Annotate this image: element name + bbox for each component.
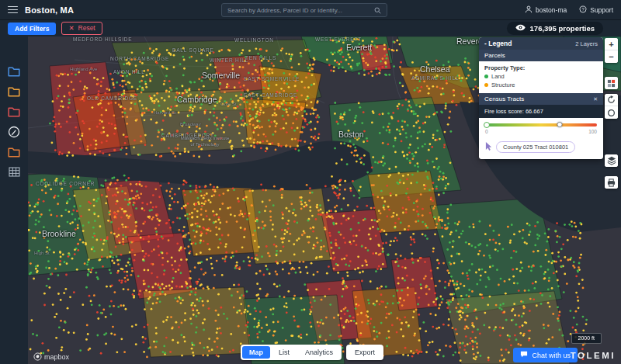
mapbox-logo[interactable]: mapbox: [33, 352, 69, 361]
svg-text:?: ?: [582, 7, 585, 12]
land-color-dot: [484, 75, 488, 78]
legend-item-structure: Structure: [484, 81, 598, 88]
map-canvas[interactable]: SomervilleCambridgeEverettChelseaBrookli…: [28, 36, 621, 364]
map-tools: + −: [605, 38, 618, 189]
selected-tract-row[interactable]: County 025 Tract 010801: [479, 136, 603, 159]
fire-score-tooltip: Fire loss score: 66.667: [479, 105, 603, 118]
sidebar-grid-icon[interactable]: [7, 165, 21, 179]
filter-bar: Add Filters ✕ Reset 176,395 properties: [0, 20, 621, 36]
help-icon: ?: [579, 5, 587, 15]
scale-max: 100: [588, 129, 597, 134]
reset-bearing-icon[interactable]: [605, 94, 618, 106]
score-knob[interactable]: [557, 122, 563, 127]
support-link[interactable]: ? Support: [579, 5, 613, 15]
sidebar-folder-icon[interactable]: [7, 85, 21, 98]
property-type-label: Property Type:: [484, 64, 598, 71]
zoom-out-button[interactable]: −: [605, 50, 618, 63]
properties-count-badge[interactable]: 176,395 properties: [507, 22, 603, 35]
menu-icon[interactable]: [8, 6, 18, 14]
properties-count: 176,395 properties: [530, 24, 595, 33]
eye-icon: [515, 24, 526, 33]
sidebar-folder-icon[interactable]: [7, 105, 21, 118]
support-label: Support: [590, 6, 613, 14]
export-button[interactable]: Export: [346, 345, 383, 360]
basemap-button[interactable]: [605, 77, 618, 89]
sidebar-folder-icon[interactable]: [7, 145, 21, 158]
chat-icon: [520, 351, 528, 359]
tolemi-logo: TOLEMI: [571, 351, 616, 360]
structure-color-dot: [484, 83, 488, 87]
score-slider[interactable]: 0 100: [479, 118, 603, 136]
legend-item-land: Land: [484, 73, 598, 80]
page-title: Boston, MA: [25, 5, 74, 15]
reset-button[interactable]: ✕ Reset: [61, 22, 102, 35]
legend-section-census[interactable]: Census Tracts ✕: [479, 93, 603, 105]
scale-min: 0: [485, 129, 488, 134]
chat-button[interactable]: Chat with us: [513, 348, 578, 362]
user-icon: [525, 5, 533, 15]
print-icon[interactable]: [605, 176, 618, 189]
search-placeholder: Search by Address, Parcel ID or Identity…: [227, 7, 374, 14]
close-icon[interactable]: ✕: [593, 96, 598, 102]
legend-panel: - Legend 2 Layers Parcels Property Type:…: [479, 37, 603, 159]
sidebar-folder-icon[interactable]: [7, 64, 21, 78]
search-input[interactable]: Search by Address, Parcel ID or Identity…: [221, 3, 387, 17]
top-bar: Boston, MA Search by Address, Parcel ID …: [0, 0, 621, 20]
add-filters-button[interactable]: Add Filters: [8, 23, 56, 35]
tab-analytics[interactable]: Analytics: [298, 346, 340, 359]
tab-map[interactable]: Map: [242, 346, 270, 359]
structure-label: Structure: [491, 81, 515, 88]
score-gradient[interactable]: [485, 123, 597, 127]
view-switcher: Map List Analytics Export: [241, 345, 383, 360]
sidebar-draw-circle-icon[interactable]: [7, 125, 21, 138]
close-icon: ✕: [68, 24, 74, 32]
legend-collapse-toggle[interactable]: - Legend: [484, 40, 512, 47]
circle-tool-icon[interactable]: [605, 106, 618, 119]
app-window: Boston, MA Search by Address, Parcel ID …: [0, 0, 621, 364]
zoom-in-button[interactable]: +: [605, 38, 618, 50]
reset-label: Reset: [78, 24, 95, 32]
land-label: Land: [491, 73, 505, 80]
tab-list[interactable]: List: [272, 346, 297, 359]
tract-pill: County 025 Tract 010801: [496, 141, 575, 153]
user-name: boston-ma: [536, 6, 567, 14]
user-menu[interactable]: boston-ma: [525, 5, 567, 15]
layers-icon[interactable]: [605, 154, 618, 167]
chat-label: Chat with us: [532, 352, 571, 359]
search-icon[interactable]: [374, 3, 381, 17]
legend-layer-count: 2 Layers: [575, 40, 598, 47]
map-scale: 2000 ft: [571, 333, 602, 344]
cursor-icon: [485, 140, 492, 154]
left-sidebar: [0, 36, 28, 364]
legend-section-parcels[interactable]: Parcels: [479, 50, 603, 61]
